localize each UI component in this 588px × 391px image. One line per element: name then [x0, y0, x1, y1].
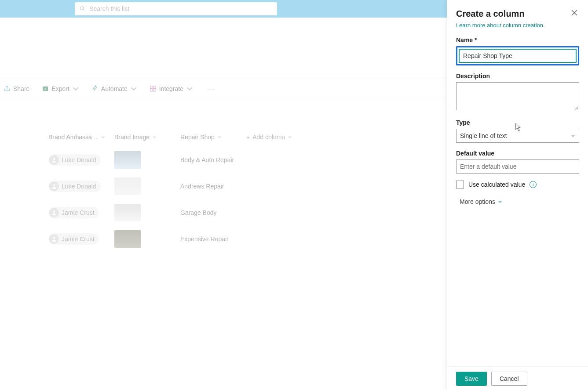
integrate-icon [150, 85, 157, 92]
default-value-input[interactable] [456, 159, 579, 174]
create-column-panel: Create a column Learn more about column … [447, 0, 588, 391]
plus-icon: + [246, 134, 250, 141]
integrate-button[interactable]: Integrate [150, 85, 193, 92]
repair-shop-cell: Body & Auto Repair [180, 156, 312, 163]
brand-image-thumbnail[interactable] [114, 177, 141, 195]
svg-point-8 [53, 158, 55, 160]
use-calculated-label: Use calculated value [468, 181, 525, 188]
chevron-down-icon [288, 135, 292, 139]
svg-text:X: X [44, 87, 47, 91]
cancel-button[interactable]: Cancel [491, 372, 527, 386]
column-name-input[interactable] [459, 49, 577, 63]
close-icon [571, 10, 577, 16]
learn-more-link[interactable]: Learn more about column creation. [456, 22, 545, 29]
more-commands-button[interactable]: ··· [205, 85, 217, 92]
automate-button[interactable]: Automate [91, 85, 137, 92]
panel-footer: Save Cancel [447, 366, 588, 391]
integrate-label: Integrate [159, 85, 183, 92]
avatar [49, 234, 59, 244]
repair-shop-cell: Andrews Repair [180, 183, 312, 190]
person-name: Jamie Crust [62, 235, 95, 243]
person-pill[interactable]: Jamie Crust [48, 233, 99, 245]
type-selected-value: Single line of text [460, 132, 507, 139]
type-label: Type [456, 119, 579, 126]
automate-icon [91, 85, 99, 92]
save-button[interactable]: Save [456, 372, 487, 386]
person-name: Luke Donald [62, 156, 96, 163]
automate-label: Automate [101, 85, 128, 92]
excel-icon: X [42, 85, 49, 92]
avatar [49, 208, 59, 217]
share-label: Share [13, 85, 29, 92]
chevron-down-icon [217, 135, 222, 139]
name-label: Name * [456, 36, 579, 43]
more-options-label: More options [460, 198, 495, 205]
column-header-label: Repair Shop [180, 134, 215, 141]
chevron-down-icon [571, 134, 575, 138]
add-column-button[interactable]: + Add column [246, 134, 303, 141]
description-textarea[interactable] [456, 82, 579, 110]
avatar [49, 155, 59, 165]
search-input[interactable] [89, 5, 273, 12]
name-field-highlight [456, 46, 579, 65]
svg-rect-5 [153, 86, 155, 88]
share-button[interactable]: Share [4, 85, 29, 92]
chevron-down-icon [152, 135, 157, 139]
search-icon [79, 5, 86, 12]
svg-line-1 [83, 10, 84, 11]
panel-title: Create a column [456, 9, 525, 19]
svg-point-9 [53, 184, 55, 186]
column-header-ambassador[interactable]: Brand Ambassa… [48, 134, 114, 141]
column-header-image[interactable]: Brand Image [114, 134, 180, 141]
export-label: Export [51, 85, 69, 92]
brand-image-thumbnail[interactable] [114, 204, 141, 221]
chevron-down-icon [101, 135, 105, 139]
add-column-label: Add column [252, 134, 285, 141]
avatar [49, 181, 59, 191]
default-value-label: Default value [456, 150, 579, 157]
person-name: Jamie Crust [62, 209, 95, 216]
person-pill[interactable]: Jamie Crust [48, 207, 99, 218]
brand-image-thumbnail[interactable] [114, 151, 141, 169]
description-label: Description [456, 72, 579, 80]
repair-shop-cell: Garage Body [180, 209, 312, 216]
person-pill[interactable]: Luke Donald [48, 181, 101, 192]
close-button[interactable] [570, 8, 579, 19]
svg-point-0 [80, 7, 84, 10]
share-icon [4, 85, 11, 92]
chevron-down-icon [130, 85, 137, 92]
repair-shop-cell: Expensive Repair [180, 235, 312, 243]
person-pill[interactable]: Luke Donald [48, 154, 101, 166]
svg-point-11 [53, 237, 55, 239]
search-box[interactable] [75, 2, 277, 15]
export-button[interactable]: X Export [42, 85, 79, 92]
svg-rect-7 [153, 89, 155, 91]
info-icon[interactable]: i [530, 181, 537, 188]
use-calculated-checkbox[interactable] [456, 181, 464, 188]
more-options-toggle[interactable]: More options [456, 198, 579, 205]
chevron-down-icon [498, 199, 502, 204]
column-header-label: Brand Ambassa… [48, 134, 98, 141]
chevron-down-icon [72, 85, 79, 92]
type-select[interactable]: Single line of text [456, 129, 579, 143]
svg-point-10 [53, 210, 55, 213]
svg-rect-6 [150, 89, 153, 91]
column-header-label: Brand Image [114, 134, 150, 141]
person-name: Luke Donald [62, 183, 96, 190]
chevron-down-icon [186, 85, 193, 92]
column-header-shop[interactable]: Repair Shop [180, 134, 246, 141]
brand-image-thumbnail[interactable] [114, 230, 141, 248]
svg-rect-4 [150, 86, 153, 88]
